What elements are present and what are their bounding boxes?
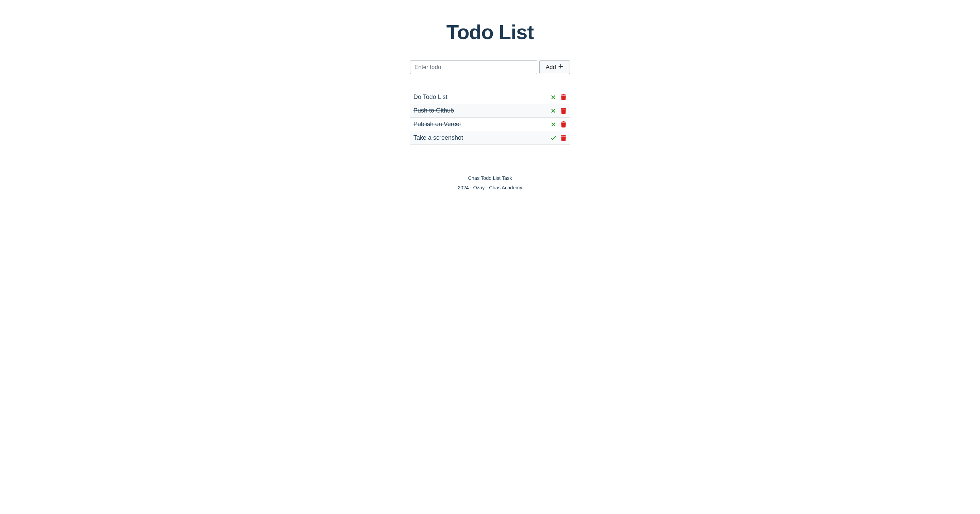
todo-actions xyxy=(550,121,566,127)
page-title: Todo List xyxy=(410,21,570,44)
todo-text: Do Todo List xyxy=(414,94,447,101)
todo-actions xyxy=(550,135,566,141)
todo-item: Take a screenshot xyxy=(410,131,570,145)
todo-list: Do Todo ListPush to GithubPublish on Ver… xyxy=(410,90,570,145)
footer: Chas Todo List Task 2024 - Ozay - Chas A… xyxy=(0,175,980,190)
todo-actions xyxy=(550,108,566,114)
footer-line1: Chas Todo List Task xyxy=(0,175,980,181)
x-icon[interactable] xyxy=(550,121,556,127)
add-button[interactable]: Add xyxy=(539,60,570,74)
todo-actions xyxy=(550,94,566,100)
footer-line2: 2024 - Ozay - Chas Academy xyxy=(0,185,980,190)
todo-input[interactable] xyxy=(410,60,537,74)
add-button-label: Add xyxy=(546,64,556,71)
app-container: Todo List Add Do Todo ListPush to Github… xyxy=(410,21,570,145)
todo-text: Push to Github xyxy=(414,107,454,114)
x-icon[interactable] xyxy=(550,108,556,114)
todo-text: Take a screenshot xyxy=(414,134,463,141)
check-icon[interactable] xyxy=(550,135,556,141)
input-row: Add xyxy=(410,60,570,74)
trash-icon[interactable] xyxy=(560,94,566,100)
trash-icon[interactable] xyxy=(560,108,566,114)
todo-item: Push to Github xyxy=(410,104,570,117)
plus-icon xyxy=(558,63,563,71)
todo-text: Publish on Vercel xyxy=(414,121,461,128)
trash-icon[interactable] xyxy=(560,135,566,141)
trash-icon[interactable] xyxy=(560,121,566,127)
todo-item: Do Todo List xyxy=(410,90,570,104)
x-icon[interactable] xyxy=(550,94,556,100)
todo-item: Publish on Vercel xyxy=(410,117,570,131)
